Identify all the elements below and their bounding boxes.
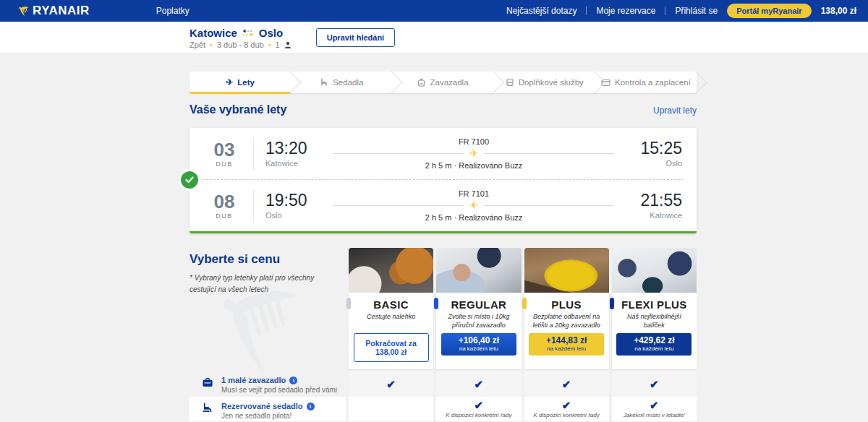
step-label: Lety [237,78,255,87]
step-label: Doplňkové služby [519,78,584,87]
price-per-flight: na každém letu [547,345,586,353]
plane-icon: ✈ [469,200,478,210]
ryanair-logo[interactable]: RYANAIR [17,4,90,18]
portal-myryanair-button[interactable]: Portál myRyanair [727,4,811,18]
reserved-seat-icon [201,402,214,413]
edit-search-button[interactable]: Upravit hledání [316,28,395,47]
plane-icon: ✈ [469,148,478,158]
fare-tagline: Zvolte si místo i 10kg příruční zavazadl… [441,312,516,330]
step-seats[interactable]: Sedadla [291,72,392,93]
info-icon[interactable]: i [289,376,297,384]
regular-seat-cell: ✔ K dispozici konkrétní řady [436,397,521,421]
selected-flights-card: 03 DUB 13:20 Katowice FR 7100 ✈ 2 h 5 m … [190,128,697,233]
nav-link-faq[interactable]: Nejčastější dotazy [506,6,576,16]
check-icon [185,176,194,184]
step-flights[interactable]: ✈ Lety [190,72,291,93]
edit-flights-link[interactable]: Upravit lety [653,106,697,116]
return-month: DUB [204,212,244,220]
price-amount: +144,83 zł [546,335,587,345]
return-flight-number: FR 7101 [459,189,489,198]
check-icon: ✔ [650,400,659,410]
return-duration: 2 h 5 m · Realizováno Buzz [425,213,523,222]
nav-item-poplatky[interactable]: Poplatky [156,6,190,16]
flexi-small-bag-cell: ✔ [612,371,697,397]
feature-title: Rezervované sedadlo [221,402,303,410]
step-bags[interactable]: Zavazadla [392,72,493,93]
outbound-arrival-city: Oslo [624,159,682,168]
flexi-seat-cell: ✔ Jakékoli místo v letadle! [612,397,697,421]
feature-subtitle: Musí se vejít pod sedadlo před vámi [221,386,337,394]
plus-price-button[interactable]: +144,83 zł na každém letu [529,333,604,356]
feature-subtitle: Jen ne sedadlo pilota! [221,412,315,420]
flexi-plus-fare-photo [612,248,697,293]
selected-flights-title: Vaše vybrané lety [190,103,286,116]
divider [253,138,254,170]
nav-separator [586,7,587,15]
route-title: Katowice Oslo [190,27,292,39]
price-amount: +429,62 zł [634,335,674,345]
route-line [333,205,464,206]
passenger-icon [284,41,292,48]
fare-card-regular[interactable]: REGULAR Zvolte si místo i 10kg příruční … [436,248,521,369]
basic-accent-tab [346,298,351,309]
fare-tagline: Bezplatné odbavení na letišti a 20kg zav… [529,312,605,330]
regular-fare-photo [436,248,521,293]
regular-price-button[interactable]: +106,40 zł na každém letu [441,333,516,356]
step-label: Kontrola a zaplacení [615,78,691,87]
outbound-departure-time: 13:20 [265,139,323,158]
top-navbar: RYANAIR Poplatky Nejčastější dotazy Moje… [0,0,868,22]
fare-card-basic[interactable]: BASIC Cestujte nalehko Pokračovat za 138… [349,248,433,369]
return-departure-time: 19:50 [265,191,323,210]
divider [253,190,254,222]
fare-card-flexi-plus[interactable]: FLEXI PLUS Náš nejflexibilnější balíček … [612,248,697,369]
fare-tagline: Cestujte nalehko [353,312,429,330]
outbound-arrival-time: 15:25 [624,139,682,158]
basic-continue-button[interactable]: Pokračovat za 138,00 zł [354,333,429,362]
check-icon: ✔ [650,379,659,389]
route-line [484,153,614,154]
flexi-plus-price-button[interactable]: +429,62 zł na každém letu [616,333,692,356]
step-checkout[interactable]: Kontrola a zaplacení [595,72,697,93]
bus-icon [506,78,514,87]
bullet-separator: • [268,40,271,49]
info-icon[interactable]: i [307,402,315,410]
basket-total[interactable]: 138,00 zł [821,6,856,16]
basic-fare-photo [349,248,433,293]
origin-city: Katowice [190,27,237,39]
step-label: Sedadla [333,78,363,87]
harp-watermark [217,285,300,376]
check-icon: ✔ [475,379,484,389]
seat-icon [320,78,328,87]
outbound-duration: 2 h 5 m · Realizováno Buzz [425,161,523,170]
return-flight-row: 08 DUB 19:50 Oslo FR 7101 ✈ 2 h 5 m · Re… [190,180,697,231]
brand-wordmark: RYANAIR [33,4,90,18]
passenger-count: 1 [276,40,280,49]
seat-note: K dispozici konkrétní řady [534,412,600,418]
nav-link-login[interactable]: Přihlásit se [675,6,718,16]
price-per-flight: na každém letu [459,345,498,353]
outbound-departure-city: Katowice [265,159,323,168]
fare-name: FLEXI PLUS [616,298,692,311]
regular-small-bag-cell: ✔ [436,371,521,397]
feature-title: 1 malé zavazadlo [221,376,286,384]
swap-arrows-icon [242,29,255,37]
price-per-flight: na každém letu [634,345,673,353]
return-arrival-city: Katowice [624,211,682,220]
seat-note: K dispozici konkrétní řady [446,412,511,418]
trip-details: Zpět • 3 dub - 8 dub • 1 [190,40,292,49]
plus-seat-cell: ✔ K dispozici konkrétní řady [524,397,609,421]
return-day: 08 [204,192,244,211]
nav-link-my-bookings[interactable]: Moje rezervace [596,6,655,16]
plus-small-bag-cell: ✔ [524,371,609,397]
outbound-month: DUB [204,160,244,168]
check-icon: ✔ [562,400,571,410]
flights-selected-badge [179,169,200,191]
step-extras[interactable]: Doplňkové služby [494,72,595,93]
outbound-flight-number: FR 7100 [459,137,489,146]
check-icon: ✔ [475,400,484,410]
fare-card-plus[interactable]: PLUS Bezplatné odbavení na letišti a 20k… [524,248,609,369]
booking-steps: ✈ Lety Sedadla Zavazadla Doplňko [190,72,697,93]
flexi-plus-accent-tab [610,298,614,309]
plus-fare-photo [524,248,609,293]
plus-accent-tab [522,298,527,309]
